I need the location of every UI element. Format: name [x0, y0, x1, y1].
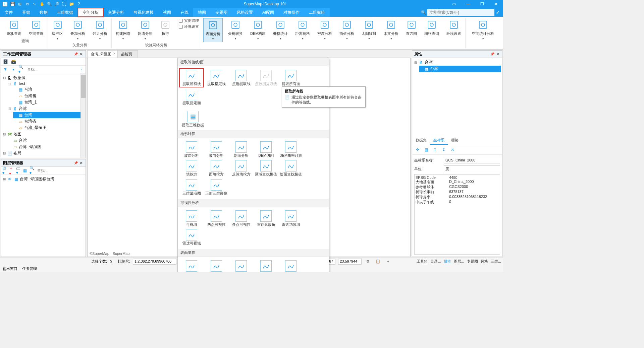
search-icon[interactable]: 🔍 — [420, 10, 427, 15]
prop-tab-栅格[interactable]: 栅格 — [448, 136, 462, 145]
crs-unit-field[interactable] — [444, 165, 500, 172]
gallery-正射三维影像[interactable]: 正射三维影像 — [204, 178, 229, 197]
locate-icon[interactable]: ⌖ — [384, 259, 392, 265]
ribbon-check-实例管理[interactable]: 实例管理 — [179, 18, 199, 23]
menu-文件[interactable]: 文件 — [0, 8, 17, 17]
ribbon-netanalysis-button[interactable]: 网络分析▼ — [136, 18, 155, 42]
menu-地图[interactable]: 地图 — [193, 8, 211, 17]
scrollbar[interactable] — [80, 73, 86, 158]
workspace-search-input[interactable] — [26, 67, 76, 72]
ribbon-interp-button[interactable]: 插值分析▼ — [337, 18, 356, 42]
status-tab-风格[interactable]: 风格 — [481, 259, 488, 264]
ribbon-envset-button[interactable]: 环境设置 — [444, 18, 463, 42]
ribbon-overlay-button[interactable]: 叠加分析▼ — [68, 18, 87, 42]
search-toggle-icon[interactable]: 🔍▾ — [18, 67, 24, 72]
layer-search-input[interactable] — [37, 168, 84, 173]
prop-tab-坐标系[interactable]: 坐标系 — [430, 136, 448, 145]
workspace-file-icon[interactable]: 🗄️ — [2, 59, 8, 64]
menu-可视化建模[interactable]: 可视化建模 — [129, 8, 158, 17]
gallery-提取所有线[interactable]: 提取所有线 — [179, 68, 204, 87]
layerset-icon[interactable]: 🗃▾ — [16, 168, 21, 173]
ribbon-hist-button[interactable]: 直方图 — [404, 18, 419, 42]
gallery-区域查找极值[interactable]: 区域查找极值 — [254, 159, 278, 178]
bottom-tab-output[interactable]: 输出窗口 — [3, 266, 17, 271]
map-viewport[interactable]: ©SuperMap - SuperMap 提取所有线 📄通过指定参数提取栅格表面… — [87, 58, 411, 257]
gallery-提取指定面[interactable]: 提取指定面 — [179, 87, 204, 107]
tab-起始页[interactable]: 起始页 — [117, 50, 138, 58]
menu-交通分析[interactable]: 交通分析 — [103, 8, 129, 17]
gallery-选线距离[interactable]: 选线距离 — [204, 259, 229, 272]
gallery-地表面积[interactable]: 地表面积 — [229, 259, 254, 272]
menu-二维标绘[interactable]: 二维标绘 — [304, 8, 330, 17]
pin-icon[interactable]: 📌 — [73, 52, 79, 56]
extent-icon[interactable]: ⛶ — [60, 0, 68, 8]
filter-icon[interactable]: ▾ — [10, 67, 16, 72]
hand-icon[interactable]: ✋ — [38, 0, 46, 8]
ribbon-spatial-button[interactable]: 空间查询 — [27, 18, 46, 38]
ribbon-spatstat-button[interactable]: 空间统计分析▼ — [470, 18, 496, 42]
crs-import-icon[interactable]: ↧ — [440, 147, 447, 153]
ribbon-buffer-button[interactable]: 缓冲区▼ — [50, 18, 65, 42]
status-tab-图层...[interactable]: 图层... — [454, 259, 464, 264]
ribbon-solar-button[interactable]: 太阳辐射▼ — [360, 18, 378, 42]
menu-视图[interactable]: 视图 — [158, 8, 176, 17]
gallery-多点可视性[interactable]: 多点可视性 — [229, 209, 254, 228]
tab-台湾_晕渲图[interactable]: 台湾_晕渲图✕ — [87, 50, 117, 58]
app-logo-icon[interactable]: D — [1, 0, 9, 8]
gallery-雷达遮蔽角[interactable]: 雷达遮蔽角 — [254, 209, 278, 228]
crs-name-field[interactable] — [444, 157, 500, 163]
layer-style-icon[interactable]: ▦ — [23, 168, 28, 173]
expand-ribbon-icon[interactable]: ⤢ — [494, 9, 501, 16]
workspace-tree[interactable]: ⊟🗄数据源 ⊟🛢test ▦台湾 ▱台湾省 ▦台湾_1 ⊟🛢台湾 ▦台湾 ▱台湾… — [1, 73, 86, 158]
gallery-两点可视性[interactable]: 两点可视性 — [204, 209, 229, 228]
props-tree[interactable]: ⊟🛢台湾 ▦台湾 — [412, 58, 502, 136]
search-toggle-icon[interactable]: 🔍▾ — [30, 168, 35, 173]
ribbon-dem-button[interactable]: DEM构建▼ — [248, 18, 268, 42]
gallery-反算填挖方[interactable]: 反算填挖方 — [229, 159, 254, 178]
status-tab-专题图[interactable]: 专题图 — [467, 259, 478, 264]
ribbon-distance-button[interactable]: 距离栅格▼ — [293, 18, 312, 42]
menu-专题图[interactable]: 专题图 — [211, 8, 232, 17]
crs-transform-icon[interactable]: ⤭ — [449, 147, 456, 153]
menu-在线[interactable]: 在线 — [176, 8, 193, 17]
close-icon[interactable]: ✕ — [489, 0, 503, 8]
pin-icon[interactable]: 📌 — [489, 52, 495, 56]
menu-数据[interactable]: 数据 — [35, 8, 52, 17]
collapse-all-icon[interactable]: ▼ — [2, 67, 8, 72]
ribbon-stats-button[interactable]: 栅格统计▼ — [271, 18, 290, 42]
gallery-坡向分析[interactable]: 坡向分析 — [204, 140, 229, 159]
zoom-out-icon[interactable]: 🔎 — [53, 0, 60, 8]
ribbon-hydro-button[interactable]: 水文分析▼ — [382, 18, 400, 42]
copy-icon[interactable]: ⧉ — [23, 0, 31, 8]
ribbon-proximity-button[interactable]: 邻近分析▼ — [91, 18, 109, 42]
gallery-地表距离[interactable]: 地表距离 — [179, 259, 204, 272]
status-tab-属性[interactable]: 属性 — [444, 259, 451, 264]
pin-icon[interactable]: 📌 — [73, 161, 79, 165]
gallery-DEM曲率计算[interactable]: DEM曲率计算 — [278, 140, 303, 159]
menu-对象操作[interactable]: 对象操作 — [279, 8, 304, 17]
minimize-icon[interactable]: — — [461, 0, 475, 8]
scale-field[interactable]: 1:2,062,279.69960706 — [133, 259, 176, 265]
gallery-坡度分析[interactable]: 坡度分析 — [179, 140, 204, 159]
folder-icon[interactable]: 📁 — [68, 0, 75, 8]
gallery-三维晕渲图[interactable]: 三维晕渲图 — [179, 178, 204, 197]
ribbon-query-button[interactable]: 栅格查询 — [422, 18, 441, 42]
add-icon[interactable]: ＋▾ — [9, 168, 14, 173]
workspace-db-icon[interactable]: 🗃️ — [10, 59, 16, 64]
gallery-绘面查找极值[interactable]: 绘面查找极值 — [278, 159, 303, 178]
menu-三维数据[interactable]: 三维数据 — [52, 8, 78, 17]
tab-close-icon[interactable]: ✕ — [113, 52, 116, 55]
ribbon-convert-button[interactable]: 矢栅转换▼ — [226, 18, 245, 42]
gallery-提取三维数据[interactable]: ▤提取三维数据 — [180, 110, 205, 129]
crs-tool1-icon[interactable]: ✛ — [414, 147, 421, 153]
center-y-field[interactable]: 23.597944 — [338, 259, 362, 265]
add-layer-icon[interactable]: 🗂▾ — [2, 168, 7, 173]
paste-coord-icon[interactable]: 📋 — [374, 259, 382, 265]
gallery-提取指定线[interactable]: 提取指定线 — [204, 68, 229, 87]
new-icon[interactable]: ⊞ — [16, 0, 23, 8]
ribbon-sql-button[interactable]: SQL查询 — [5, 18, 23, 38]
pointer-icon[interactable]: ↖ — [31, 0, 38, 8]
menu-空间分析[interactable]: 空间分析 — [78, 8, 103, 17]
menu-风格设置[interactable]: 风格设置 — [232, 8, 258, 17]
search-nav-icon[interactable]: ⋮ — [78, 67, 84, 72]
